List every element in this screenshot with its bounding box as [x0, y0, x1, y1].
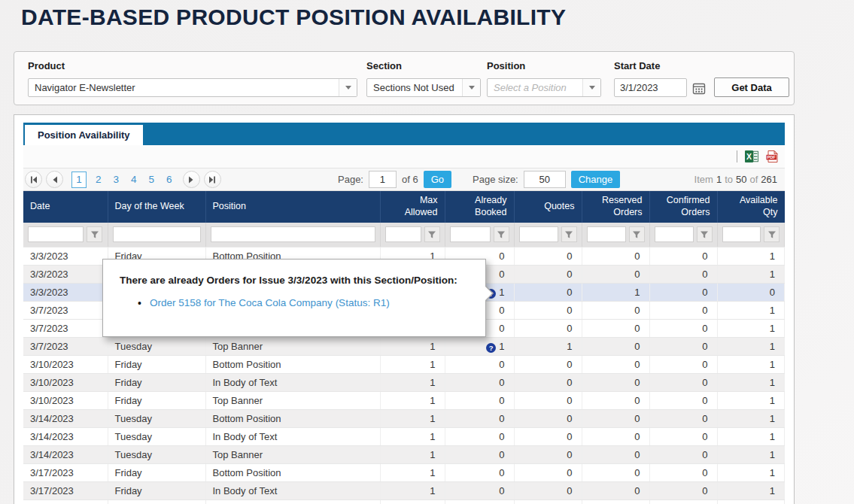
section-dropdown-value: Sections Not Used: [367, 82, 462, 93]
filter-input-max[interactable]: [385, 226, 421, 242]
table-row[interactable]: 3/17/2023FridayBottom Position100001: [23, 463, 785, 481]
filter-funnel-button-max[interactable]: [424, 226, 440, 242]
filter-funnel-button-date[interactable]: [87, 226, 102, 242]
chevron-down-icon[interactable]: [339, 79, 357, 96]
column-header-position[interactable]: Position: [205, 191, 380, 223]
last-page-icon: [208, 176, 216, 184]
filter-funnel-button-confirmed[interactable]: [697, 226, 713, 242]
filter-input-available[interactable]: [722, 226, 761, 242]
export-excel-button[interactable]: X: [745, 150, 758, 162]
section-dropdown[interactable]: Sections Not Used: [366, 78, 481, 97]
funnel-icon: [90, 230, 99, 239]
go-button[interactable]: Go: [424, 171, 451, 188]
start-date-input[interactable]: [614, 78, 687, 97]
position-dropdown[interactable]: Select a Position: [487, 78, 601, 97]
pager-bar: 123456 Page: of 6 Go Page size: Change I…: [23, 168, 785, 191]
last-page-button[interactable]: [204, 171, 221, 188]
tab-position-availability[interactable]: Position Availability: [25, 125, 143, 145]
change-button[interactable]: Change: [571, 171, 621, 188]
calendar-button[interactable]: [690, 80, 707, 96]
toolbar-separator: [737, 150, 737, 162]
funnel-icon: [564, 230, 573, 239]
table-row[interactable]: 3/10/2023FridayIn Body of Text100001: [23, 373, 785, 391]
first-page-icon: [30, 176, 38, 184]
filter-input-date[interactable]: [28, 226, 84, 242]
page-link-5[interactable]: 5: [143, 174, 161, 185]
column-header-already-booked[interactable]: Already Booked: [445, 191, 514, 223]
item-range-label: Item1 to50 of261: [694, 169, 777, 190]
filter-funnel-button-booked[interactable]: [494, 226, 509, 242]
table-row[interactable]: 3/10/2023FridayTop Banner100001: [23, 391, 785, 409]
product-dropdown[interactable]: Navigator E-Newsletter: [28, 78, 357, 97]
filter-input-day[interactable]: [113, 226, 201, 242]
column-header-available-qty[interactable]: Available Qty: [717, 191, 785, 223]
product-dropdown-value: Navigator E-Newsletter: [29, 82, 339, 93]
export-toolbar: X PDF: [23, 145, 785, 168]
page-of-label: of 6: [402, 174, 418, 185]
page-title: DATE-BASED PRODUCT POSITION AVAILABILITY: [21, 5, 566, 30]
pager-middle: Page: of 6 Go Page size: Change: [338, 169, 620, 190]
tab-strip: Position Availability: [23, 123, 785, 145]
filter-input-booked[interactable]: [450, 226, 491, 242]
funnel-icon: [497, 230, 506, 239]
table-row[interactable]: 3/17/2023FridayIn Body of Text100001: [23, 481, 785, 499]
filter-input-reserved[interactable]: [587, 226, 626, 242]
table-row[interactable]: 3/14/2023TuesdayBottom Position100001: [23, 409, 785, 427]
column-header-quotes[interactable]: Quotes: [514, 191, 582, 223]
page-link-4[interactable]: 4: [125, 174, 143, 185]
funnel-icon: [700, 230, 709, 239]
page-size-label: Page size:: [473, 174, 518, 185]
filter-input-confirmed[interactable]: [655, 226, 694, 242]
column-header-day-of-the-week[interactable]: Day of the Week: [108, 191, 205, 223]
position-dropdown-placeholder: Select a Position: [488, 82, 582, 93]
page-number-list: 123456: [68, 172, 178, 188]
table-row[interactable]: 3/14/2023TuesdayTop Banner100001: [23, 445, 785, 463]
export-pdf-button[interactable]: PDF: [766, 150, 779, 162]
pdf-icon: PDF: [766, 150, 779, 162]
column-header-date[interactable]: Date: [23, 191, 108, 223]
funnel-icon: [632, 230, 641, 239]
table-header-row: DateDay of the WeekPositionMax AllowedAl…: [23, 191, 785, 223]
page-link-3[interactable]: 3: [108, 174, 126, 185]
chevron-down-icon[interactable]: [582, 79, 600, 96]
funnel-icon: [427, 230, 436, 239]
table-row[interactable]: 3/17/2023FridayTop Banner100001: [23, 499, 785, 504]
svg-text:X: X: [746, 152, 752, 161]
filter-input-position[interactable]: [211, 226, 375, 242]
svg-text:PDF: PDF: [767, 155, 777, 159]
funnel-icon: [767, 230, 777, 239]
next-page-icon: [188, 176, 194, 184]
prev-page-button[interactable]: [46, 171, 63, 188]
filter-panel: Product Section Position Start Date Navi…: [14, 51, 795, 105]
availability-table: DateDay of the WeekPositionMax AllowedAl…: [23, 191, 785, 504]
prev-page-icon: [52, 176, 58, 184]
table-row[interactable]: 3/10/2023FridayBottom Position100001: [23, 355, 785, 373]
page-number-input[interactable]: [369, 171, 397, 188]
chevron-down-icon[interactable]: [462, 79, 480, 96]
popup-title: There are already Orders for Issue 3/3/2…: [103, 260, 485, 286]
page-link-6[interactable]: 6: [160, 174, 178, 185]
table-row[interactable]: 3/14/2023TuesdayIn Body of Text100001: [23, 427, 785, 445]
page-link-1[interactable]: 1: [71, 172, 87, 188]
filter-input-quotes[interactable]: [519, 226, 558, 242]
page-link-2[interactable]: 2: [90, 174, 108, 185]
table-row[interactable]: 3/7/2023TuesdayTop Banner1?11001: [23, 337, 785, 355]
order-link[interactable]: Order 5158 for The Coca Cola Company (St…: [150, 297, 485, 308]
help-badge-icon[interactable]: ?: [486, 343, 496, 353]
column-header-reserved-orders[interactable]: Reserved Orders: [582, 191, 649, 223]
page-size-input[interactable]: [524, 171, 566, 188]
next-page-button[interactable]: [183, 171, 200, 188]
filter-row: [23, 223, 785, 247]
calendar-icon: [692, 82, 706, 95]
filter-funnel-button-available[interactable]: [764, 226, 780, 242]
first-page-button[interactable]: [25, 171, 42, 188]
filter-funnel-button-reserved[interactable]: [629, 226, 645, 242]
filter-funnel-button-quotes[interactable]: [561, 226, 577, 242]
orders-popup: There are already Orders for Issue 3/3/2…: [102, 259, 486, 337]
position-label: Position: [487, 60, 525, 71]
get-data-button[interactable]: Get Data: [714, 77, 789, 97]
column-header-confirmed-orders[interactable]: Confirmed Orders: [649, 191, 717, 223]
column-header-max-allowed[interactable]: Max Allowed: [380, 191, 445, 223]
start-date-label: Start Date: [614, 60, 660, 71]
page-label: Page:: [338, 174, 363, 185]
